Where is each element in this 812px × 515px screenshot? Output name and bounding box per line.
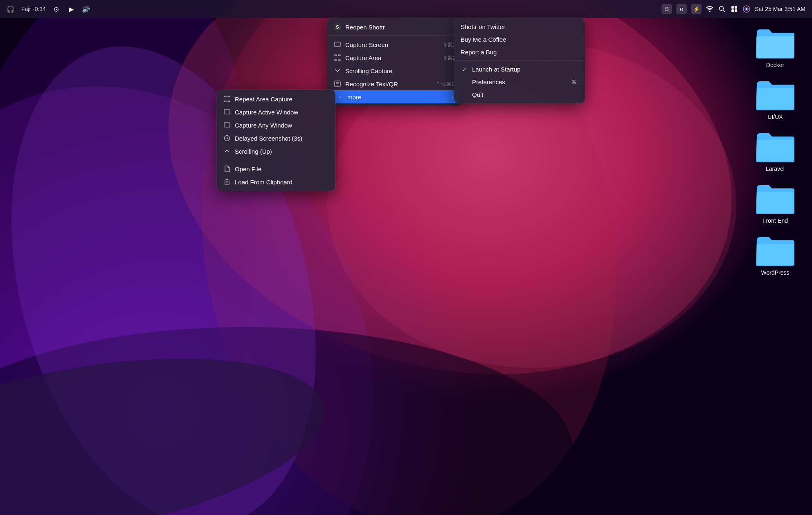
menu-item-capture-any-window[interactable]: Capture Any Window xyxy=(217,119,335,132)
clock: Sat 25 Mar 3:51 AM xyxy=(755,6,805,12)
volume-icon[interactable]: 🔊 xyxy=(82,5,90,13)
folder-docker[interactable]: Docker xyxy=(755,25,796,68)
svg-rect-37 xyxy=(225,180,229,185)
scrolling-up-icon xyxy=(223,148,231,155)
shottr-more-submenu: Shottr on Twitter Buy Me a Coffee Report… xyxy=(454,18,585,103)
folder-frontend-label: Front-End xyxy=(763,217,788,224)
repeat-area-label: Repeat Area Capture xyxy=(235,96,329,103)
svg-rect-11 xyxy=(735,6,737,9)
more-label: more xyxy=(347,94,448,101)
svg-point-16 xyxy=(746,8,747,10)
shottr-icon: S xyxy=(334,23,341,31)
folder-docker-icon xyxy=(755,25,796,59)
menu-item-recognize-text[interactable]: Recognize Text/QR ⌃⌥⌘O xyxy=(327,77,462,90)
espanso-menubar-icon[interactable]: e xyxy=(676,4,687,14)
folder-docker-label: Docker xyxy=(766,62,784,68)
menu-sep-2 xyxy=(454,60,585,61)
load-clipboard-label: Load From Clipboard xyxy=(235,179,329,186)
folder-uiux-label: UI/UX xyxy=(767,114,783,120)
shottr-menubar-icon[interactable]: S xyxy=(661,4,672,14)
menu-item-buy-coffee[interactable]: Buy Me a Coffee xyxy=(454,33,585,46)
menu-item-capture-active-window[interactable]: Capture Active Window xyxy=(217,105,335,119)
scrolling-up-label: Scrolling (Up) xyxy=(235,148,329,155)
svg-rect-12 xyxy=(731,9,734,12)
folder-wordpress-icon xyxy=(755,232,796,267)
wifi-menubar-icon[interactable] xyxy=(706,5,714,13)
load-clipboard-icon xyxy=(223,178,231,186)
folder-frontend-icon xyxy=(755,180,796,215)
menu-item-more[interactable]: ··· more › xyxy=(329,90,460,103)
svg-rect-10 xyxy=(731,6,734,9)
svg-rect-19 xyxy=(335,42,340,47)
menu-item-open-file[interactable]: Open File xyxy=(217,162,335,175)
menu-item-capture-area[interactable]: Capture Area ⇧⌘2 xyxy=(327,51,462,64)
control-center-icon[interactable] xyxy=(730,5,738,13)
fajr-label[interactable]: Fajr -0:34 xyxy=(21,6,46,12)
svg-line-9 xyxy=(723,10,725,12)
svg-rect-23 xyxy=(338,60,340,60)
folder-laravel[interactable]: Laravel xyxy=(755,128,796,172)
menu-sep-1 xyxy=(327,36,462,36)
menu-item-repeat-area[interactable]: Repeat Area Capture xyxy=(217,92,335,105)
svg-rect-31 xyxy=(228,101,230,102)
shottr-main-menu: S Reopen Shottr Capture Screen ⇧⌘1 xyxy=(327,18,462,106)
folder-laravel-label: Laravel xyxy=(766,166,785,172)
folder-wordpress-label: WordPress xyxy=(761,269,790,276)
menu-item-scrolling-up[interactable]: Scrolling (Up) xyxy=(217,145,335,158)
desktop: 🎧 Fajr -0:34 ⊙ ▶ 🔊 S e ⚡ Sat 25 Mar 3:51… xyxy=(0,0,812,515)
menu-item-shottr-twitter[interactable]: Shottr on Twitter xyxy=(454,20,585,33)
preferences-shortcut: ⌘, xyxy=(571,79,578,85)
report-bug-label: Report a Bug xyxy=(461,49,578,56)
play-icon[interactable]: ▶ xyxy=(67,5,75,13)
menu-item-delayed-screenshot[interactable]: Delayed Screenshot (3s) xyxy=(217,132,335,145)
folder-wordpress[interactable]: WordPress xyxy=(755,232,796,276)
capture-active-window-icon xyxy=(223,108,231,116)
menu-item-report-bug[interactable]: Report a Bug xyxy=(454,46,585,58)
open-file-icon xyxy=(223,165,231,172)
siri-icon[interactable] xyxy=(742,5,751,13)
menubar-right: S e ⚡ Sat 25 Mar 3:51 AM xyxy=(661,4,805,14)
menu-item-quit[interactable]: ✓ Quit xyxy=(454,88,585,101)
capture-any-window-label: Capture Any Window xyxy=(235,122,329,129)
menu-item-preferences[interactable]: ✓ Preferences ⌘, xyxy=(454,76,585,88)
menu-item-reopen-shottr[interactable]: S Reopen Shottr xyxy=(327,20,462,34)
search-menubar-icon[interactable] xyxy=(718,5,726,13)
airplay-icon[interactable]: ⊙ xyxy=(52,5,61,13)
preferences-label: Preferences xyxy=(472,78,567,85)
launch-startup-check-icon: ✓ xyxy=(461,66,468,73)
scrolling-capture-icon xyxy=(334,67,341,74)
more-icon: ··· xyxy=(336,93,343,101)
menu-item-load-clipboard[interactable]: Load From Clipboard xyxy=(217,175,335,188)
svg-line-36 xyxy=(227,138,228,139)
recognize-text-label: Recognize Text/QR xyxy=(345,81,432,87)
shottr-sub-menu: Repeat Area Capture Capture Active Windo… xyxy=(217,90,335,191)
svg-rect-21 xyxy=(338,55,340,56)
menu-item-scrolling-capture[interactable]: Scrolling Capture xyxy=(327,64,462,77)
menubar-left: 🎧 Fajr -0:34 ⊙ ▶ 🔊 xyxy=(7,5,90,13)
shottr-twitter-label: Shottr on Twitter xyxy=(461,23,578,30)
battery-menubar-icon[interactable]: ⚡ xyxy=(691,4,702,14)
capture-area-label: Capture Area xyxy=(345,54,439,61)
repeat-area-icon xyxy=(223,95,231,103)
svg-rect-28 xyxy=(224,96,226,97)
svg-rect-29 xyxy=(228,96,230,97)
capture-any-window-icon xyxy=(223,121,231,129)
svg-rect-32 xyxy=(224,110,230,114)
menu-item-capture-screen[interactable]: Capture Screen ⇧⌘1 xyxy=(327,38,462,51)
svg-rect-13 xyxy=(735,9,737,12)
more-chevron-icon: › xyxy=(452,94,454,100)
capture-active-window-label: Capture Active Window xyxy=(235,109,329,116)
capture-area-icon xyxy=(334,54,341,61)
launch-startup-label: Launch at Startup xyxy=(472,66,578,73)
folder-uiux[interactable]: UI/UX xyxy=(755,76,796,120)
folder-uiux-icon xyxy=(755,76,796,111)
menu-item-launch-startup[interactable]: ✓ Launch at Startup xyxy=(454,63,585,76)
folder-frontend[interactable]: Front-End xyxy=(755,180,796,224)
svg-point-8 xyxy=(720,7,724,11)
delayed-screenshot-icon xyxy=(223,134,231,142)
recognize-text-icon xyxy=(334,80,341,87)
svg-rect-30 xyxy=(224,101,226,102)
quit-label: Quit xyxy=(472,91,578,98)
svg-rect-20 xyxy=(335,55,337,56)
headphone-icon: 🎧 xyxy=(7,5,15,13)
